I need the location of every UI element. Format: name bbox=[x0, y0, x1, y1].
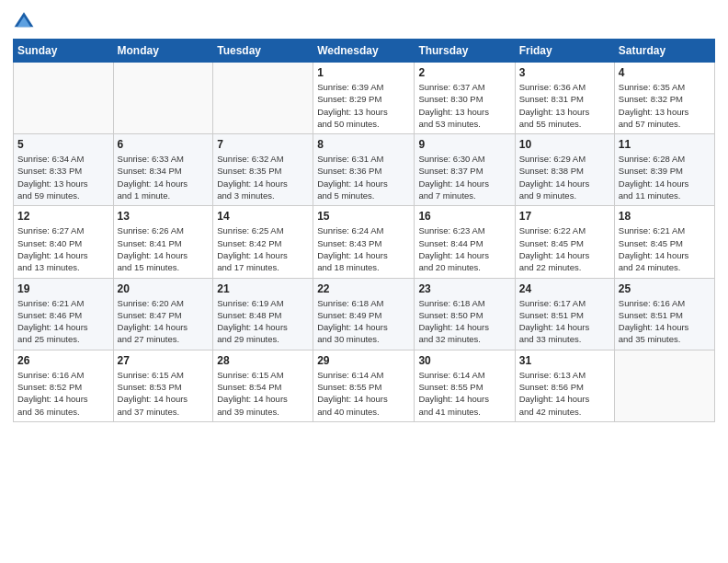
day-number: 29 bbox=[317, 354, 410, 367]
day-number: 27 bbox=[118, 354, 210, 367]
calendar-cell: 27Sunrise: 6:15 AMSunset: 8:53 PMDayligh… bbox=[113, 350, 213, 421]
calendar-cell: 18Sunrise: 6:21 AMSunset: 8:45 PMDayligh… bbox=[614, 206, 714, 278]
day-info: Sunrise: 6:18 AMSunset: 8:50 PMDaylight:… bbox=[418, 297, 510, 346]
calendar-cell: 8Sunrise: 6:31 AMSunset: 8:36 PMDaylight… bbox=[313, 134, 415, 206]
weekday-header-thursday: Thursday bbox=[415, 40, 515, 63]
day-number: 12 bbox=[17, 210, 109, 223]
weekday-header-saturday: Saturday bbox=[614, 40, 714, 63]
calendar-week-2: 5Sunrise: 6:34 AMSunset: 8:33 PMDaylight… bbox=[14, 134, 715, 206]
calendar-cell: 14Sunrise: 6:25 AMSunset: 8:42 PMDayligh… bbox=[213, 206, 313, 278]
day-number: 8 bbox=[317, 138, 410, 151]
calendar-cell: 22Sunrise: 6:18 AMSunset: 8:49 PMDayligh… bbox=[313, 278, 415, 350]
day-number: 30 bbox=[418, 354, 510, 367]
day-number: 23 bbox=[418, 282, 510, 295]
day-info: Sunrise: 6:30 AMSunset: 8:37 PMDaylight:… bbox=[418, 153, 510, 201]
calendar-header: SundayMondayTuesdayWednesdayThursdayFrid… bbox=[14, 40, 715, 63]
day-number: 7 bbox=[217, 138, 309, 151]
day-info: Sunrise: 6:21 AMSunset: 8:46 PMDaylight:… bbox=[17, 297, 109, 346]
calendar-table: SundayMondayTuesdayWednesdayThursdayFrid… bbox=[13, 39, 715, 422]
day-info: Sunrise: 6:28 AMSunset: 8:39 PMDaylight:… bbox=[619, 153, 711, 201]
day-info: Sunrise: 6:17 AMSunset: 8:51 PMDaylight:… bbox=[519, 297, 610, 346]
day-number: 2 bbox=[418, 66, 510, 79]
calendar-cell: 21Sunrise: 6:19 AMSunset: 8:48 PMDayligh… bbox=[213, 278, 313, 350]
day-number: 25 bbox=[619, 282, 711, 295]
day-info: Sunrise: 6:39 AMSunset: 8:29 PMDaylight:… bbox=[317, 81, 410, 130]
calendar-week-5: 26Sunrise: 6:16 AMSunset: 8:52 PMDayligh… bbox=[14, 350, 715, 421]
day-number: 20 bbox=[118, 282, 210, 295]
calendar-cell: 12Sunrise: 6:27 AMSunset: 8:40 PMDayligh… bbox=[14, 206, 114, 278]
calendar-cell: 13Sunrise: 6:26 AMSunset: 8:41 PMDayligh… bbox=[113, 206, 213, 278]
day-info: Sunrise: 6:18 AMSunset: 8:49 PMDaylight:… bbox=[317, 297, 410, 346]
calendar-cell: 10Sunrise: 6:29 AMSunset: 8:38 PMDayligh… bbox=[515, 134, 614, 206]
day-info: Sunrise: 6:33 AMSunset: 8:34 PMDaylight:… bbox=[118, 153, 210, 201]
calendar-cell: 1Sunrise: 6:39 AMSunset: 8:29 PMDaylight… bbox=[313, 63, 415, 134]
day-info: Sunrise: 6:23 AMSunset: 8:44 PMDaylight:… bbox=[418, 224, 510, 273]
day-info: Sunrise: 6:26 AMSunset: 8:41 PMDaylight:… bbox=[118, 224, 210, 273]
calendar-cell: 6Sunrise: 6:33 AMSunset: 8:34 PMDaylight… bbox=[113, 134, 213, 206]
calendar-cell: 28Sunrise: 6:15 AMSunset: 8:54 PMDayligh… bbox=[213, 350, 313, 421]
day-info: Sunrise: 6:16 AMSunset: 8:52 PMDaylight:… bbox=[17, 369, 109, 418]
day-info: Sunrise: 6:25 AMSunset: 8:42 PMDaylight:… bbox=[217, 224, 309, 273]
calendar-cell bbox=[14, 63, 114, 134]
calendar-cell: 19Sunrise: 6:21 AMSunset: 8:46 PMDayligh… bbox=[14, 278, 114, 350]
day-info: Sunrise: 6:31 AMSunset: 8:36 PMDaylight:… bbox=[317, 153, 410, 201]
day-number: 17 bbox=[519, 210, 610, 223]
day-info: Sunrise: 6:24 AMSunset: 8:43 PMDaylight:… bbox=[317, 224, 410, 273]
weekday-header-friday: Friday bbox=[515, 40, 614, 63]
day-number: 5 bbox=[17, 138, 109, 151]
day-number: 16 bbox=[418, 210, 510, 223]
calendar-cell: 5Sunrise: 6:34 AMSunset: 8:33 PMDaylight… bbox=[14, 134, 114, 206]
calendar-week-1: 1Sunrise: 6:39 AMSunset: 8:29 PMDaylight… bbox=[14, 63, 715, 134]
calendar-cell: 7Sunrise: 6:32 AMSunset: 8:35 PMDaylight… bbox=[213, 134, 313, 206]
calendar-cell: 16Sunrise: 6:23 AMSunset: 8:44 PMDayligh… bbox=[415, 206, 515, 278]
day-info: Sunrise: 6:20 AMSunset: 8:47 PMDaylight:… bbox=[118, 297, 210, 346]
calendar-week-3: 12Sunrise: 6:27 AMSunset: 8:40 PMDayligh… bbox=[14, 206, 715, 278]
day-info: Sunrise: 6:22 AMSunset: 8:45 PMDaylight:… bbox=[519, 224, 610, 273]
calendar-cell: 29Sunrise: 6:14 AMSunset: 8:55 PMDayligh… bbox=[313, 350, 415, 421]
day-info: Sunrise: 6:37 AMSunset: 8:30 PMDaylight:… bbox=[418, 81, 510, 130]
weekday-row: SundayMondayTuesdayWednesdayThursdayFrid… bbox=[14, 40, 715, 63]
calendar-cell: 4Sunrise: 6:35 AMSunset: 8:32 PMDaylight… bbox=[614, 63, 714, 134]
calendar-cell: 9Sunrise: 6:30 AMSunset: 8:37 PMDaylight… bbox=[415, 134, 515, 206]
day-info: Sunrise: 6:34 AMSunset: 8:33 PMDaylight:… bbox=[17, 153, 109, 201]
day-number: 24 bbox=[519, 282, 610, 295]
day-number: 21 bbox=[217, 282, 309, 295]
day-number: 14 bbox=[217, 210, 309, 223]
calendar-cell: 31Sunrise: 6:13 AMSunset: 8:56 PMDayligh… bbox=[515, 350, 614, 421]
day-number: 6 bbox=[118, 138, 210, 151]
day-info: Sunrise: 6:27 AMSunset: 8:40 PMDaylight:… bbox=[17, 224, 109, 273]
day-number: 4 bbox=[619, 66, 711, 79]
calendar-cell: 2Sunrise: 6:37 AMSunset: 8:30 PMDaylight… bbox=[415, 63, 515, 134]
calendar-cell: 17Sunrise: 6:22 AMSunset: 8:45 PMDayligh… bbox=[515, 206, 614, 278]
day-info: Sunrise: 6:35 AMSunset: 8:32 PMDaylight:… bbox=[619, 81, 711, 130]
logo bbox=[13, 9, 39, 31]
weekday-header-wednesday: Wednesday bbox=[313, 40, 415, 63]
day-info: Sunrise: 6:19 AMSunset: 8:48 PMDaylight:… bbox=[217, 297, 309, 346]
day-number: 9 bbox=[418, 138, 510, 151]
calendar-cell: 30Sunrise: 6:14 AMSunset: 8:55 PMDayligh… bbox=[415, 350, 515, 421]
day-info: Sunrise: 6:36 AMSunset: 8:31 PMDaylight:… bbox=[519, 81, 610, 130]
day-number: 11 bbox=[619, 138, 711, 151]
day-info: Sunrise: 6:14 AMSunset: 8:55 PMDaylight:… bbox=[418, 369, 510, 418]
day-number: 10 bbox=[519, 138, 610, 151]
day-number: 31 bbox=[519, 354, 610, 367]
calendar-cell: 15Sunrise: 6:24 AMSunset: 8:43 PMDayligh… bbox=[313, 206, 415, 278]
calendar-cell: 3Sunrise: 6:36 AMSunset: 8:31 PMDaylight… bbox=[515, 63, 614, 134]
day-number: 22 bbox=[317, 282, 410, 295]
day-info: Sunrise: 6:15 AMSunset: 8:53 PMDaylight:… bbox=[118, 369, 210, 418]
day-info: Sunrise: 6:32 AMSunset: 8:35 PMDaylight:… bbox=[217, 153, 309, 201]
day-number: 26 bbox=[17, 354, 109, 367]
calendar-cell: 11Sunrise: 6:28 AMSunset: 8:39 PMDayligh… bbox=[614, 134, 714, 206]
calendar-cell: 25Sunrise: 6:16 AMSunset: 8:51 PMDayligh… bbox=[614, 278, 714, 350]
day-info: Sunrise: 6:14 AMSunset: 8:55 PMDaylight:… bbox=[317, 369, 410, 418]
day-info: Sunrise: 6:15 AMSunset: 8:54 PMDaylight:… bbox=[217, 369, 309, 418]
day-info: Sunrise: 6:13 AMSunset: 8:56 PMDaylight:… bbox=[519, 369, 610, 418]
day-info: Sunrise: 6:16 AMSunset: 8:51 PMDaylight:… bbox=[619, 297, 711, 346]
calendar-cell: 20Sunrise: 6:20 AMSunset: 8:47 PMDayligh… bbox=[113, 278, 213, 350]
calendar-body: 1Sunrise: 6:39 AMSunset: 8:29 PMDaylight… bbox=[14, 63, 715, 422]
calendar-cell bbox=[614, 350, 714, 421]
header bbox=[13, 9, 715, 31]
calendar-cell bbox=[113, 63, 213, 134]
day-number: 13 bbox=[118, 210, 210, 223]
calendar-week-4: 19Sunrise: 6:21 AMSunset: 8:46 PMDayligh… bbox=[14, 278, 715, 350]
